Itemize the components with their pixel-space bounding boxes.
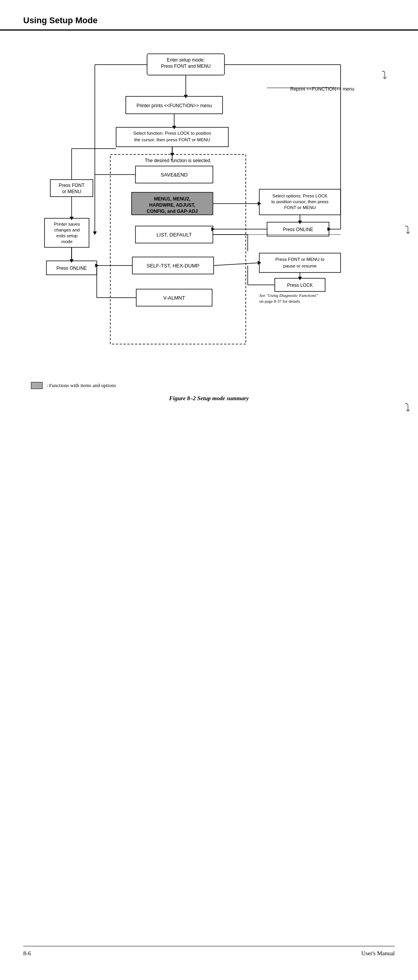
svg-text:or MENU: or MENU <box>62 189 81 194</box>
scroll-indicator-3: ⤵ <box>405 402 410 414</box>
svg-text:Enter setup mode:: Enter setup mode: <box>167 57 205 63</box>
svg-text:HARDWRE, ADJUST,: HARDWRE, ADJUST, <box>149 202 195 208</box>
svg-text:Printer prints <<FUNCTION>> me: Printer prints <<FUNCTION>> menu <box>137 103 212 108</box>
svg-rect-27 <box>259 253 341 272</box>
footer-manual-title: User's Manual <box>361 950 395 957</box>
svg-text:mode: mode <box>62 239 73 244</box>
legend-area: : Functions with items and options <box>31 382 395 389</box>
svg-text:MENU1, MENU2,: MENU1, MENU2, <box>154 196 190 202</box>
svg-text:See "Using Diagnostic Function: See "Using Diagnostic Functions" <box>259 293 318 298</box>
page-footer: 8-6 User's Manual <box>23 946 395 957</box>
svg-text:SELF-TST, HEX-DUMP: SELF-TST, HEX-DUMP <box>147 263 200 269</box>
svg-text:Press LOCK: Press LOCK <box>287 283 313 288</box>
flowchart-svg: Enter setup mode: Press FONT and MENU Re… <box>27 46 391 379</box>
svg-text:CONFIG, and GAP-ADJ: CONFIG, and GAP-ADJ <box>147 209 198 214</box>
svg-text:exits setup: exits setup <box>57 233 78 238</box>
svg-rect-6 <box>116 127 228 147</box>
svg-text:V-ALMNT: V-ALMNT <box>163 295 185 301</box>
svg-text:Select function: Press LOCK to: Select function: Press LOCK to position <box>133 131 211 135</box>
svg-text:Select options: Press LOCK: Select options: Press LOCK <box>272 194 328 198</box>
svg-text:FONT or MENU: FONT or MENU <box>284 205 316 210</box>
svg-text:Press FONT and MENU: Press FONT and MENU <box>161 63 211 69</box>
svg-text:Reprint <<FUNCTION>> menu: Reprint <<FUNCTION>> menu <box>290 86 354 92</box>
page: Using Setup Mode ⤵ Enter setup mode: Pre… <box>0 0 418 980</box>
svg-text:Printer saves: Printer saves <box>54 222 80 226</box>
svg-text:to position cursor; then press: to position cursor; then press <box>271 199 329 204</box>
svg-text:Press ONLINE: Press ONLINE <box>57 266 87 271</box>
content-area: ⤵ Enter setup mode: Press FONT and MENU … <box>0 31 418 421</box>
page-header-title: Using Setup Mode <box>23 15 98 26</box>
legend-label: : Functions with items and options <box>46 382 116 389</box>
svg-text:LIST, DEFAULT: LIST, DEFAULT <box>157 232 192 238</box>
scroll-indicator-2: ⤵ <box>405 224 410 236</box>
svg-text:on page 8-37 for details.: on page 8-37 for details. <box>259 299 301 303</box>
svg-text:Press FONT: Press FONT <box>59 183 85 188</box>
svg-marker-54 <box>93 231 97 235</box>
scroll-indicator-1: ⤵ <box>382 69 387 82</box>
svg-text:The desired function is select: The desired function is selected. <box>145 158 211 163</box>
page-header: Using Setup Mode <box>0 0 418 31</box>
figure-caption: Figure 8–2 Setup mode summary <box>23 395 395 402</box>
footer-page-number: 8-6 <box>23 950 31 957</box>
svg-text:Press ONLINE: Press ONLINE <box>283 227 314 232</box>
svg-text:the cursor; then press FONT or: the cursor; then press FONT or MENU <box>134 137 210 142</box>
svg-text:changes and: changes and <box>54 228 80 232</box>
svg-text:SAVE&END: SAVE&END <box>161 172 188 178</box>
legend-box <box>31 382 43 389</box>
svg-text:Press FONT or MENU to: Press FONT or MENU to <box>276 257 325 262</box>
svg-text:pause or resume: pause or resume <box>283 264 317 268</box>
